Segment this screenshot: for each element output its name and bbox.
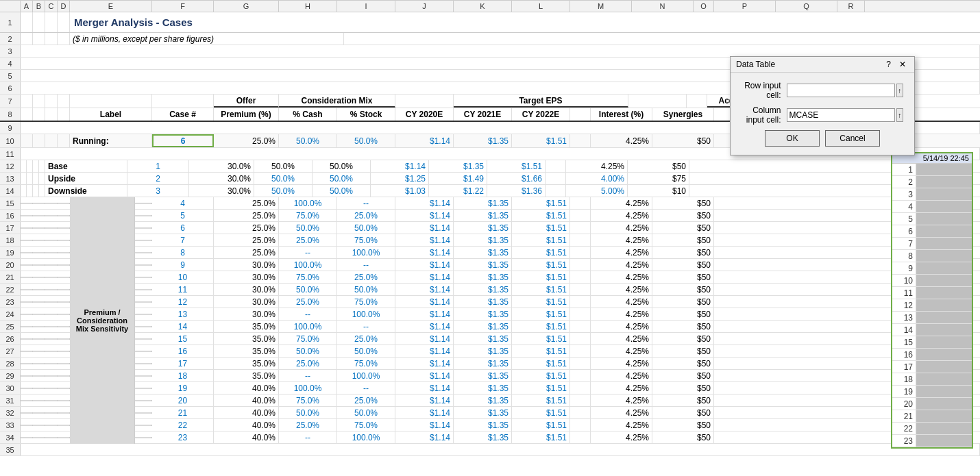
list-item: 21 (892, 410, 972, 423)
list-item: 10 (892, 275, 972, 287)
table-row: 2240.0%25.0%75.0%$1.14$1.35$1.514.25%$50 (152, 419, 980, 431)
right-panel: 5/14/19 22:45 12345678910111213141516171… (891, 152, 973, 449)
table-row: 2040.0%75.0%25.0%$1.14$1.35$1.514.25%$50 (152, 394, 980, 407)
dialog-title: Data Table (736, 60, 775, 69)
list-item: 11 (892, 287, 972, 299)
running-pct-cash: 50.0% (279, 134, 337, 147)
table-row: 1635.0%50.0%50.0%$1.14$1.35$1.514.25%$50 (152, 345, 980, 358)
col-header-N: N (632, 1, 694, 12)
cell-1B (33, 12, 45, 32)
table-row: 2140.0%50.0%50.0%$1.14$1.35$1.514.25%$50 (152, 407, 980, 419)
row-2: 2 ($ in millions, except per share figur… (0, 33, 980, 45)
list-item: 17 (892, 361, 972, 373)
list-item: 18 (892, 373, 972, 386)
table-row: 1835.0%--100.0%$1.14$1.35$1.514.25%$50 (152, 370, 980, 382)
col-header-P: P (714, 1, 776, 12)
sensitivity-merged-label: Premium /ConsiderationMix Sensitivity (70, 197, 135, 444)
col-header-K: K (454, 1, 512, 12)
col-header-Q: Q (776, 1, 837, 12)
dialog-close-btn[interactable]: ✕ (896, 60, 909, 69)
row-1: 1 Merger Analysis - Cases (0, 12, 980, 33)
col-header-rownum (0, 1, 21, 12)
table-row: 930.0%100.0%--$1.14$1.35$1.514.25%$50 (152, 259, 980, 271)
table-row: 12Base130.0%50.0%50.0%$1.14$1.35$1.514.2… (0, 160, 980, 173)
col-header-F: F (152, 1, 214, 12)
header-offer-premium: Offer (214, 95, 279, 108)
rownum-2: 2 (0, 33, 21, 45)
dialog-actions: OK Cancel (742, 130, 903, 147)
col-header-G: G (214, 1, 279, 12)
table-row: 14Downside330.0%50.0%50.0%$1.03$1.22$1.3… (0, 185, 980, 197)
col-cy2021e: CY 2021E (454, 108, 512, 121)
table-row: 1535.0%75.0%25.0%$1.14$1.35$1.514.25%$50 (152, 333, 980, 345)
list-item: 23 (892, 435, 972, 447)
col-header-C: C (45, 1, 58, 12)
row-input-label: Row input cell: (742, 81, 787, 100)
running-label: Running: (70, 134, 152, 147)
rownum-1: 1 (0, 12, 21, 32)
list-item: 4 (892, 201, 972, 213)
list-item: 1 (892, 164, 972, 176)
table-row: 1735.0%25.0%75.0%$1.14$1.35$1.514.25%$50 (152, 358, 980, 370)
col-acq-debt: Interest (%) (591, 108, 652, 121)
cell-2C (45, 33, 58, 45)
table-row: 2340.0%--100.0%$1.14$1.35$1.514.25%$50 (152, 431, 980, 444)
table-row: 1130.0%50.0%50.0%$1.14$1.35$1.514.25%$50 (152, 284, 980, 296)
cell-1D (58, 12, 70, 32)
table-row: 625.0%50.0%50.0%$1.14$1.35$1.514.25%$50 (152, 222, 980, 234)
col-header-O: O (694, 1, 714, 12)
list-item: 8 (892, 250, 972, 262)
base-cases: 12Base130.0%50.0%50.0%$1.14$1.35$1.514.2… (0, 160, 980, 197)
col-label: Label (70, 108, 152, 121)
list-item: 14 (892, 324, 972, 336)
header-consideration-mix: Consideration Mix (279, 95, 395, 108)
col-input-arrow[interactable]: ↑ (896, 108, 903, 122)
cell-1C (45, 12, 58, 32)
col-header-L: L (512, 1, 570, 12)
running-offer-premium: 25.0% (214, 134, 279, 147)
row-input-field: Row input cell: ↑ (742, 81, 903, 100)
list-item: 7 (892, 238, 972, 250)
list-item: 6 (892, 225, 972, 238)
list-item: 15 (892, 336, 972, 349)
table-row: 1030.0%75.0%25.0%$1.14$1.35$1.514.25%$50 (152, 271, 980, 284)
list-item: 20 (892, 398, 972, 410)
col-pct-cash: % Cash (279, 108, 337, 121)
cell-1A (21, 12, 33, 32)
list-item: 22 (892, 423, 972, 435)
table-row: 1230.0%25.0%75.0%$1.14$1.35$1.514.25%$50 (152, 296, 980, 308)
title-cell: Merger Analysis - Cases (70, 12, 550, 32)
col-header-H: H (279, 1, 337, 12)
column-headers: A B C D E F G H I J K L M N O P Q R (0, 0, 980, 12)
running-case-num[interactable]: 6 (152, 134, 214, 147)
col-header-R: R (837, 1, 865, 12)
table-row: 725.0%25.0%75.0%$1.14$1.35$1.514.25%$50 (152, 234, 980, 247)
list-item: 2 (892, 176, 972, 188)
col-input-cell[interactable] (787, 108, 895, 122)
dialog-question-btn[interactable]: ? (883, 60, 894, 69)
col-synergies: Synergies (652, 108, 714, 121)
col-pct-stock: % Stock (337, 108, 395, 121)
col-header-B: B (33, 1, 45, 12)
row-input-cell[interactable] (787, 84, 895, 97)
row-input-arrow[interactable]: ↑ (896, 84, 903, 97)
dialog-titlebar-buttons: ? ✕ (883, 60, 909, 69)
right-panel-rows: 1234567891011121314151617181920212223 (892, 164, 972, 447)
list-item: 9 (892, 262, 972, 275)
table-row: 825.0%--100.0%$1.14$1.35$1.514.25%$50 (152, 247, 980, 259)
col-input-field: Column input cell: ↑ (742, 105, 903, 125)
dialog-cancel-button[interactable]: Cancel (825, 130, 880, 147)
table-row: 1435.0%100.0%--$1.14$1.35$1.514.25%$50 (152, 321, 980, 333)
running-pct-stock: 50.0% (337, 134, 395, 147)
col-header-M: M (570, 1, 632, 12)
col-offer-premium: Premium (%) (214, 108, 279, 121)
col-case-num: Case # (152, 108, 214, 121)
dialog-ok-button[interactable]: OK (765, 130, 820, 147)
table-row: 425.0%100.0%--$1.14$1.35$1.514.25%$50 (152, 197, 980, 210)
running-cy2020e: $1.14 (395, 134, 454, 147)
cell-2A (21, 33, 33, 45)
table-row: 1330.0%--100.0%$1.14$1.35$1.514.25%$50 (152, 308, 980, 321)
col-cy2020e: CY 2020E (395, 108, 454, 121)
list-item: 19 (892, 386, 972, 398)
table-row: 1940.0%100.0%--$1.14$1.35$1.514.25%$50 (152, 382, 980, 394)
